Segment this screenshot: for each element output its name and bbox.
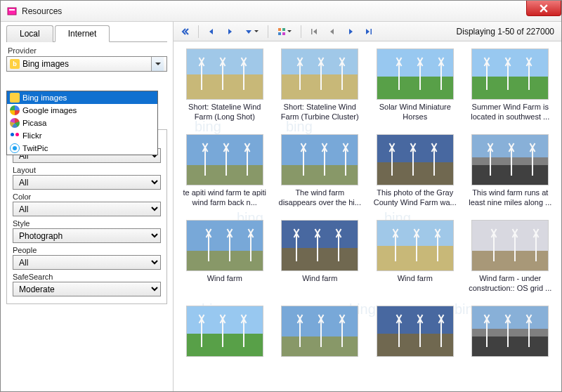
- provider-label: Provider: [8, 46, 167, 55]
- provider-selected: Bing images: [22, 59, 151, 69]
- result-caption: Wind farm - under construction:: OS grid…: [468, 274, 552, 294]
- result-caption: This wind farm runs at least nine miles …: [468, 188, 552, 208]
- back-button[interactable]: [204, 24, 219, 39]
- result-thumbnail[interactable]: [186, 220, 263, 271]
- last-page-button[interactable]: [361, 24, 377, 39]
- provider-option-picasa[interactable]: Picasa: [7, 117, 157, 129]
- result-item[interactable]: te apiti wind farm te apiti wind farm ba…: [179, 133, 270, 214]
- forward-button[interactable]: [222, 24, 237, 39]
- svg-rect-5: [282, 32, 285, 35]
- result-thumbnail[interactable]: [186, 306, 263, 357]
- results-status: Displaying 1-50 of 227000: [457, 27, 557, 37]
- provider-option-bing[interactable]: Bing images: [7, 91, 157, 104]
- color-select[interactable]: All: [13, 202, 161, 216]
- result-thumbnail[interactable]: [186, 134, 263, 185]
- result-item[interactable]: Short: Stateline Wind Farm (Long Shot): [179, 47, 270, 129]
- result-item[interactable]: Wind farm: [370, 218, 461, 300]
- prev-page-button[interactable]: [325, 24, 340, 39]
- chevron-down-icon[interactable]: [151, 57, 164, 71]
- result-thumbnail[interactable]: [281, 134, 358, 185]
- layout-label: Layout: [13, 166, 161, 174]
- bing-icon: b: [10, 59, 20, 69]
- flickr-icon: [10, 131, 20, 141]
- result-caption: This photo of the Gray County Wind Farm …: [373, 188, 457, 208]
- tab-internet[interactable]: Internet: [55, 25, 110, 42]
- result-item[interactable]: [465, 304, 556, 386]
- source-tabs: Local Internet: [6, 25, 167, 42]
- result-caption: te apiti wind farm te apiti wind farm ba…: [183, 188, 267, 208]
- results-grid[interactable]: bing bing bing bing bing bing bing Short…: [174, 41, 561, 391]
- result-caption: Summer Wind Farm is located in southwest…: [468, 103, 552, 122]
- rewind-button[interactable]: [178, 24, 193, 39]
- result-item[interactable]: Summer Wind Farm is located in southwest…: [465, 47, 556, 129]
- result-item[interactable]: Solar Wind Miniature Horses: [370, 47, 461, 129]
- result-caption: Wind farm: [302, 274, 337, 294]
- first-page-button[interactable]: [306, 24, 322, 39]
- result-thumbnail[interactable]: [377, 134, 454, 185]
- style-select[interactable]: Photograph: [13, 228, 161, 243]
- down-menu-button[interactable]: [240, 24, 263, 39]
- color-label: Color: [13, 192, 161, 201]
- result-thumbnail[interactable]: [471, 220, 549, 271]
- result-caption: The wind farm disappears over the hi...: [277, 188, 362, 208]
- google-icon: [10, 105, 20, 115]
- svg-rect-7: [371, 29, 372, 34]
- provider-option-google[interactable]: Google images: [7, 104, 157, 117]
- result-item[interactable]: This wind farm runs at least nine miles …: [465, 133, 556, 214]
- left-panel: Local Internet Provider b Bing images Bi…: [1, 22, 174, 391]
- result-item[interactable]: Short: Stateline Wind Farm (Turbine Clus…: [275, 47, 366, 129]
- svg-rect-3: [282, 28, 285, 31]
- result-item[interactable]: Wind farm: [179, 218, 270, 300]
- result-caption: Wind farm: [207, 274, 242, 294]
- result-item[interactable]: [275, 304, 366, 386]
- provider-option-flickr[interactable]: Flickr: [7, 129, 157, 142]
- result-item[interactable]: [179, 304, 270, 386]
- toolbar-separator: [301, 25, 301, 38]
- style-label: Style: [13, 219, 161, 228]
- svg-rect-4: [278, 32, 281, 35]
- next-page-button[interactable]: [343, 24, 358, 39]
- twitpic-icon: [10, 143, 20, 153]
- result-thumbnail[interactable]: [186, 48, 263, 100]
- svg-rect-0: [8, 8, 16, 15]
- view-menu-button[interactable]: [273, 24, 296, 39]
- result-caption: Short: Stateline Wind Farm (Turbine Clus…: [277, 103, 362, 122]
- result-thumbnail[interactable]: [281, 220, 358, 271]
- tab-local[interactable]: Local: [6, 25, 53, 42]
- safesearch-select[interactable]: Moderate: [13, 282, 161, 296]
- provider-option-twitpic[interactable]: TwitPic: [7, 142, 157, 155]
- title-bar: Resources: [1, 1, 561, 22]
- result-thumbnail[interactable]: [377, 306, 454, 357]
- result-item[interactable]: Wind farm: [275, 218, 366, 300]
- result-thumbnail[interactable]: [471, 306, 549, 357]
- toolbar-separator: [198, 25, 199, 38]
- result-thumbnail[interactable]: [377, 220, 454, 271]
- svg-rect-1: [9, 9, 15, 11]
- result-item[interactable]: The wind farm disappears over the hi...: [275, 133, 366, 214]
- people-select[interactable]: All: [13, 255, 161, 270]
- result-item[interactable]: [370, 304, 461, 386]
- window-title: Resources: [22, 6, 62, 16]
- result-thumbnail[interactable]: [281, 306, 358, 357]
- bing-icon: [10, 93, 20, 103]
- provider-combo[interactable]: b Bing images: [6, 56, 167, 72]
- safesearch-label: SafeSearch: [13, 273, 161, 281]
- result-thumbnail[interactable]: [281, 48, 358, 100]
- result-caption: Wind farm: [398, 274, 433, 294]
- picasa-icon: [10, 118, 20, 128]
- result-item[interactable]: Wind farm - under construction:: OS grid…: [465, 218, 556, 300]
- result-caption: Solar Wind Miniature Horses: [373, 103, 457, 122]
- result-thumbnail[interactable]: [471, 134, 549, 185]
- result-item[interactable]: This photo of the Gray County Wind Farm …: [370, 133, 461, 214]
- svg-rect-2: [278, 28, 281, 31]
- result-thumbnail[interactable]: [471, 48, 549, 100]
- results-toolbar: Displaying 1-50 of 227000: [174, 22, 561, 41]
- result-caption: Short: Stateline Wind Farm (Long Shot): [183, 103, 267, 122]
- toolbar-separator: [268, 25, 268, 38]
- close-button[interactable]: [526, 1, 561, 16]
- layout-select[interactable]: All: [13, 175, 161, 190]
- result-thumbnail[interactable]: [377, 48, 454, 100]
- provider-dropdown[interactable]: Bing images Google images Picasa Flickr …: [6, 91, 158, 155]
- people-label: People: [13, 246, 161, 254]
- app-icon: [6, 6, 18, 17]
